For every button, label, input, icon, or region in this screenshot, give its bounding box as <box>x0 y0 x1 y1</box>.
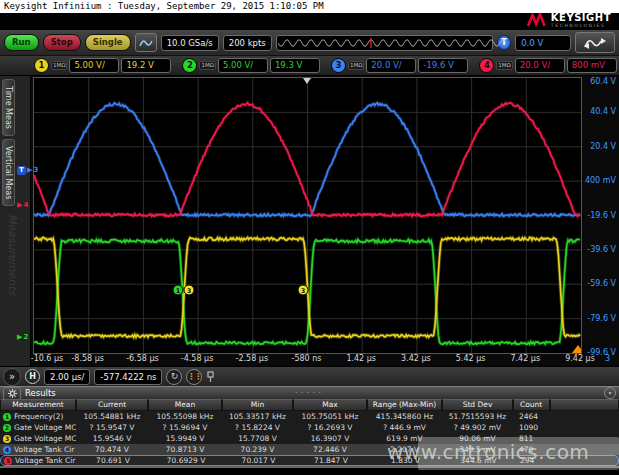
sample-rate-box[interactable]: 10.0 GSa/s <box>161 35 219 51</box>
scope-display-area: Time Meas Vertical Meas Measurements 133… <box>0 76 619 366</box>
oscilloscope-screen: Keysight Infiniium : Tuesday, September … <box>0 0 619 475</box>
ground-marker-ch4: ▶4 <box>17 202 28 209</box>
range-cell: ? 446.9 mV <box>367 423 442 432</box>
column-header-std-dev[interactable]: Std Dev <box>442 399 513 411</box>
max-cell: 16.3907 V <box>293 434 367 443</box>
expand-sidebar-button[interactable]: » <box>3 368 21 386</box>
results-row-2[interactable]: 2Gate Voltage MC? 15.9547 V? 15.9694 V? … <box>0 422 619 433</box>
brand-subname: TECHNOLOGIES <box>551 24 611 29</box>
max-cell: ? 16.2693 V <box>293 423 367 432</box>
measurement-number-badge: 1 <box>3 413 11 421</box>
x-axis-label: 3.42 µs <box>401 354 431 363</box>
waveform-arrows-icon <box>582 36 608 50</box>
measurement-number-badge: 3 <box>3 435 11 443</box>
channel-2-offset-box[interactable]: 19.3 V <box>270 58 320 73</box>
min-cell: 105.33517 kHz <box>222 412 293 421</box>
max-cell: 105.75051 kHz <box>293 412 367 421</box>
marker-channel-number: 3 <box>33 167 38 174</box>
results-drag-grip[interactable]: ····· <box>295 388 324 398</box>
run-button[interactable]: Run <box>4 34 39 51</box>
column-header-min[interactable]: Min <box>222 399 293 411</box>
measurement-name-cell: 3Gate Voltage MC <box>0 434 76 443</box>
gear-icon <box>8 389 17 398</box>
x-axis-label: 9.42 µs <box>565 354 595 363</box>
column-header-measurement[interactable]: Measurement <box>0 399 76 411</box>
channel-bar: 11MΩ5.00 V/19.2 V21MΩ5.00 V/19.3 V31MΩ20… <box>0 56 619 76</box>
max-cell: 71.847 V <box>294 456 368 465</box>
mean-cell: 70.8713 V <box>148 445 222 454</box>
memory-depth-box[interactable]: 200 kpts <box>223 35 272 51</box>
results-header: Results ····· ▾ <box>0 386 619 399</box>
column-header-count[interactable]: Count <box>513 399 550 411</box>
x-axis-label: -4.58 µs <box>181 354 214 363</box>
channel-1-impedance: 1MΩ <box>51 61 67 71</box>
channel-1-scale-box[interactable]: 5.00 V/ <box>69 58 119 73</box>
column-header-current[interactable]: Current <box>76 399 148 411</box>
column-header-mean[interactable]: Mean <box>148 399 222 411</box>
channel-4-button[interactable]: 4 <box>479 58 494 73</box>
channel-3-button[interactable]: 3 <box>331 58 346 73</box>
measurement-name-cell: 4Voltage Tank Cir <box>0 445 76 454</box>
measurement-name-cell: 5Voltage Tank Cir <box>1 456 77 465</box>
horizontal-badge[interactable]: H <box>25 369 40 384</box>
pin-icon[interactable] <box>206 371 215 383</box>
measurement-number-badge: 5 <box>4 457 12 465</box>
x-axis-label: -580 ns <box>292 354 322 363</box>
x-axis-label: 7.42 µs <box>510 354 540 363</box>
waveform-position-strip[interactable] <box>276 35 493 51</box>
current-cell: 15.9546 V <box>76 434 148 443</box>
trigger-level-box[interactable]: 0.0 V <box>515 35 571 51</box>
tab-time-meas[interactable]: Time Meas <box>2 79 15 136</box>
results-row-1[interactable]: 1Frequency(2)105.54881 kHz105.55098 kHz1… <box>0 411 619 422</box>
tab-vertical-meas[interactable]: Vertical Meas <box>2 139 15 206</box>
waveform-mode-button[interactable] <box>575 32 615 53</box>
channel-4-scale-box[interactable]: 20.0 V/ <box>515 58 565 73</box>
scope-traces: 133 <box>34 78 581 353</box>
touch-mode-button[interactable] <box>135 33 157 52</box>
y-axis-label: -79.6 V <box>587 314 616 323</box>
mean-cell: ? 15.9694 V <box>148 423 222 432</box>
measurement-name-cell: 2Gate Voltage MC <box>0 423 76 432</box>
waveform-grid[interactable]: 133 <box>33 77 582 354</box>
min-cell: 15.7708 V <box>222 434 293 443</box>
count-cell: 1090 <box>513 423 550 432</box>
channel-3-scale-box[interactable]: 20.0 V/ <box>366 58 416 73</box>
column-header-range-max-min-[interactable]: Range (Max-Min) <box>367 399 442 411</box>
horizontal-zoom-button[interactable]: ↻ <box>166 369 182 385</box>
count-cell: 2464 <box>513 412 550 421</box>
timebase-box[interactable]: 2.00 µs/ <box>44 369 90 385</box>
measurement-name: Voltage Tank Cir <box>15 456 75 465</box>
channel-3-impedance: 1MΩ <box>348 61 364 71</box>
current-cell: 70.691 V <box>77 456 149 465</box>
channel-2-scale-box[interactable]: 5.00 V/ <box>218 58 268 73</box>
channel-4-group: 41MΩ20.0 V/800 mV <box>479 58 616 73</box>
channel-1-group: 11MΩ5.00 V/19.2 V <box>34 58 171 73</box>
single-button[interactable]: Single <box>85 34 131 51</box>
stop-button[interactable]: Stop <box>43 34 81 51</box>
mean-cell: 105.55098 kHz <box>148 412 222 421</box>
channel-1-button[interactable]: 1 <box>34 58 49 73</box>
svg-text:3: 3 <box>187 287 192 295</box>
results-settings-button[interactable] <box>3 387 21 400</box>
x-axis-label: -2.58 µs <box>236 354 269 363</box>
channel-4-offset-box[interactable]: 800 mV <box>567 58 617 73</box>
channel-1-offset-box[interactable]: 19.2 V <box>121 58 171 73</box>
min-cell: 70.239 V <box>222 445 293 454</box>
y-axis-label: 60.4 V <box>590 77 616 86</box>
min-cell: 70.017 V <box>223 456 294 465</box>
mean-cell: 15.9949 V <box>148 434 222 443</box>
acquisition-dots-button[interactable]: ⋮⋮ <box>186 369 202 385</box>
results-collapse-button[interactable]: ▾ <box>604 387 616 399</box>
measurement-name: Voltage Tank Cir <box>14 445 74 454</box>
range-cell: 415.345860 Hz <box>367 412 442 421</box>
channel-2-button[interactable]: 2 <box>182 58 197 73</box>
marker-arrow-icon: ▶ <box>17 334 22 341</box>
results-column-headers: MeasurementCurrentMeanMinMaxRange (Max-M… <box>0 399 619 411</box>
marker-arrow-icon: ▶ <box>17 202 22 209</box>
column-header-max[interactable]: Max <box>293 399 367 411</box>
channel-3-offset-box[interactable]: -19.6 V <box>418 58 468 73</box>
channel-4-impedance: 1MΩ <box>496 61 512 71</box>
horizontal-position-box[interactable]: -577.4222 ns <box>94 369 162 385</box>
y-axis-labels: 60.4 V40.4 V20.4 V400 mV-19.6 V-39.6 V-5… <box>582 77 618 357</box>
ground-marker-ch3: T▶3 <box>17 166 38 175</box>
